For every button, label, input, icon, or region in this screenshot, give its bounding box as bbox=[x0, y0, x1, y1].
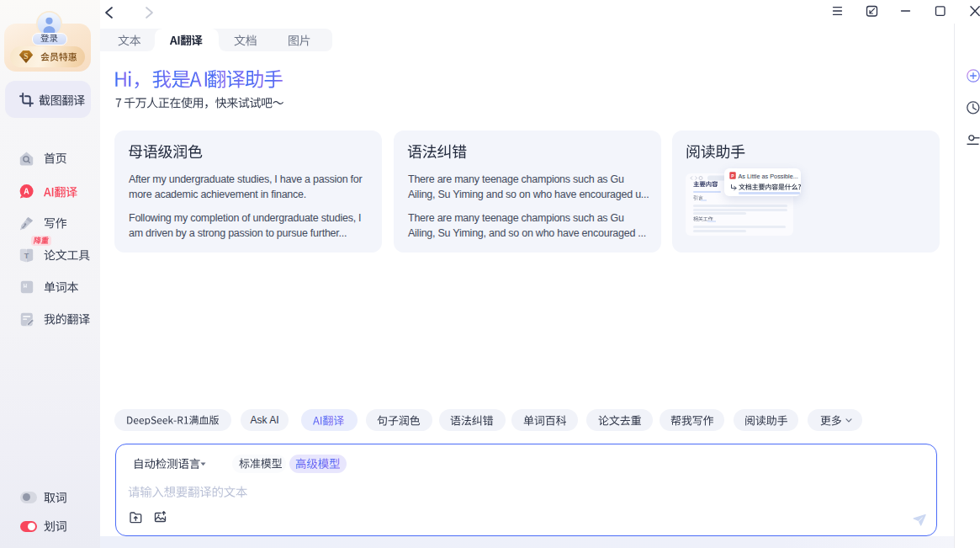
svg-text:S: S bbox=[24, 52, 28, 61]
svg-text:T: T bbox=[24, 251, 29, 259]
